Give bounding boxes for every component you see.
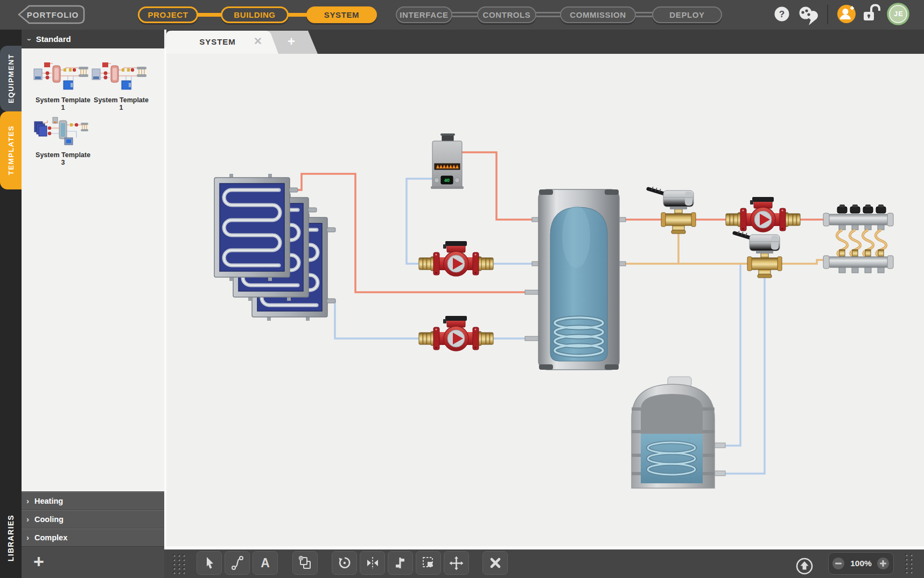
section-header-standard[interactable]: ›Standard <box>22 30 164 48</box>
step-interface[interactable]: INTERFACE <box>396 6 452 23</box>
cursor-icon <box>202 556 216 570</box>
group-cooling[interactable]: ›Cooling <box>22 510 164 528</box>
toolbar-drag-handle-right[interactable] <box>904 553 917 575</box>
group-heating[interactable]: ›Heating <box>22 491 164 510</box>
chat-icon[interactable] <box>800 7 818 26</box>
avatar-initials[interactable]: JE <box>888 3 909 25</box>
new-tab-plus-icon[interactable]: + <box>284 30 298 54</box>
marquee-icon <box>422 556 436 570</box>
unlock-icon[interactable] <box>864 5 879 21</box>
delete-icon <box>488 556 502 570</box>
text-icon: A <box>261 556 270 570</box>
step-system[interactable]: SYSTEM <box>306 6 377 23</box>
template-item-3[interactable]: System Template 3 <box>33 116 93 166</box>
tool-move-button[interactable] <box>444 551 469 575</box>
zoom-in-button[interactable] <box>877 557 890 570</box>
sidebar-tab-libraries[interactable]: LIBRARIES <box>0 506 22 570</box>
template-1-thumbnail <box>92 61 148 93</box>
chevron-down-icon: › <box>20 38 39 41</box>
group-complex[interactable]: ›Complex <box>22 528 164 546</box>
templates-panel: ›Standard System Template 1 <box>22 30 164 578</box>
pipe-icon <box>394 556 408 570</box>
connector-icon <box>230 556 244 570</box>
step-building[interactable]: BUILDING <box>221 6 289 23</box>
schematic-canvas[interactable] <box>166 54 924 546</box>
tool-delete-button[interactable] <box>482 551 508 575</box>
template-label: System Template 1 <box>92 96 151 111</box>
tool-select-button[interactable] <box>197 551 222 575</box>
template-label: System Template 3 <box>33 151 93 166</box>
tool-rotate-button[interactable] <box>332 551 357 575</box>
upload-arrow-icon <box>801 561 809 570</box>
step-commission[interactable]: COMMISSION <box>560 6 636 23</box>
svg-text:?: ? <box>779 9 785 19</box>
chevron-right-icon: › <box>26 533 29 542</box>
template-item-2[interactable]: System Template 1 <box>92 61 151 111</box>
tool-marquee-button[interactable] <box>416 551 441 575</box>
sidebar-tab-equipment[interactable]: EQUIPMENT <box>0 46 22 111</box>
zoom-control: 100% <box>828 552 894 575</box>
step-deploy[interactable]: DEPLOY <box>652 6 722 23</box>
sidebar-tab-templates[interactable]: TEMPLATES <box>0 111 22 189</box>
panel-edge <box>164 47 166 549</box>
help-icon[interactable]: ? <box>775 7 789 22</box>
toolbar-drag-handle[interactable] <box>172 554 189 575</box>
step-controls[interactable]: CONTROLS <box>477 6 536 23</box>
canvas-toolbar: A <box>164 549 924 578</box>
mirror-icon <box>366 556 380 570</box>
plus-icon <box>882 560 884 567</box>
zoom-level: 100% <box>845 553 877 574</box>
tool-connect-button[interactable] <box>225 551 250 575</box>
tab-close-icon[interactable]: ✕ <box>251 30 264 54</box>
rotate-icon <box>338 556 352 570</box>
add-template-button[interactable]: + <box>28 551 50 573</box>
template-item-1[interactable]: System Template 1 <box>33 61 93 111</box>
tool-duplicate-button[interactable] <box>292 551 318 575</box>
minus-icon <box>835 562 842 564</box>
template-1-thumbnail <box>33 61 89 93</box>
chevron-right-icon: › <box>26 496 29 505</box>
add-template-row: + <box>22 546 164 578</box>
tool-pipe-button[interactable] <box>388 551 413 575</box>
document-tab-bar: SYSTEM ✕ + <box>166 30 924 54</box>
template-3-thumbnail <box>33 116 89 148</box>
chevron-right-icon: › <box>26 514 29 524</box>
sidebar-tab-strip: EQUIPMENT TEMPLATES LIBRARIES <box>0 30 22 578</box>
tool-mirror-button[interactable] <box>360 551 385 575</box>
publish-button[interactable] <box>796 558 814 576</box>
top-navigation-bar: PORTFOLIO PROJECT BUILDING SYSTEM INTERF… <box>0 0 924 30</box>
move-icon <box>449 556 464 570</box>
tab-system-label[interactable]: SYSTEM <box>188 30 247 54</box>
zoom-out-button[interactable] <box>832 557 845 570</box>
duplicate-icon <box>298 556 312 570</box>
portfolio-back-label[interactable]: PORTFOLIO <box>26 4 80 25</box>
tool-text-button[interactable]: A <box>253 551 278 575</box>
step-project[interactable]: PROJECT <box>138 6 198 23</box>
add-user-icon[interactable] <box>837 5 856 23</box>
template-label: System Template 1 <box>33 96 93 111</box>
